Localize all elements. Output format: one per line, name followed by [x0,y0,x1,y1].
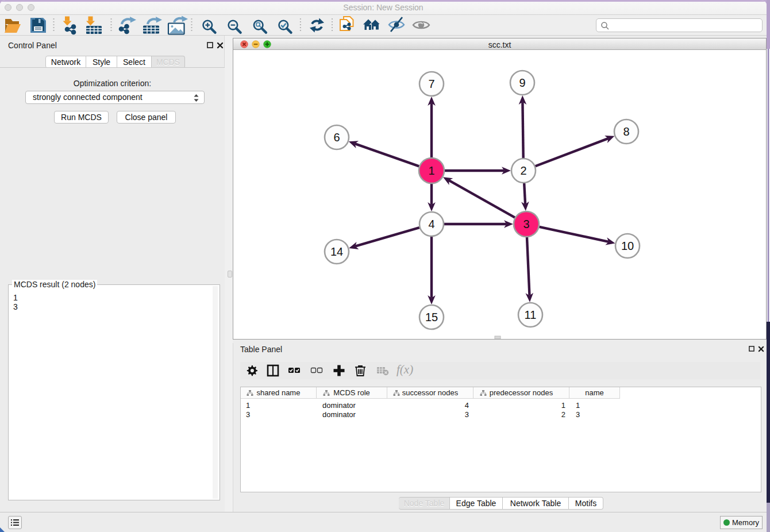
svg-text:10: 10 [621,240,634,252]
svg-text:11: 11 [525,309,537,321]
svg-text:6: 6 [333,131,340,144]
svg-text:8: 8 [623,125,629,138]
svg-text:2: 2 [520,164,526,177]
svg-text:3: 3 [523,218,529,230]
svg-text:14: 14 [330,245,343,258]
svg-text:7: 7 [428,78,434,90]
svg-text:15: 15 [425,311,438,323]
svg-text:4: 4 [428,218,434,230]
svg-text:1: 1 [428,164,434,177]
svg-text:9: 9 [519,76,525,89]
